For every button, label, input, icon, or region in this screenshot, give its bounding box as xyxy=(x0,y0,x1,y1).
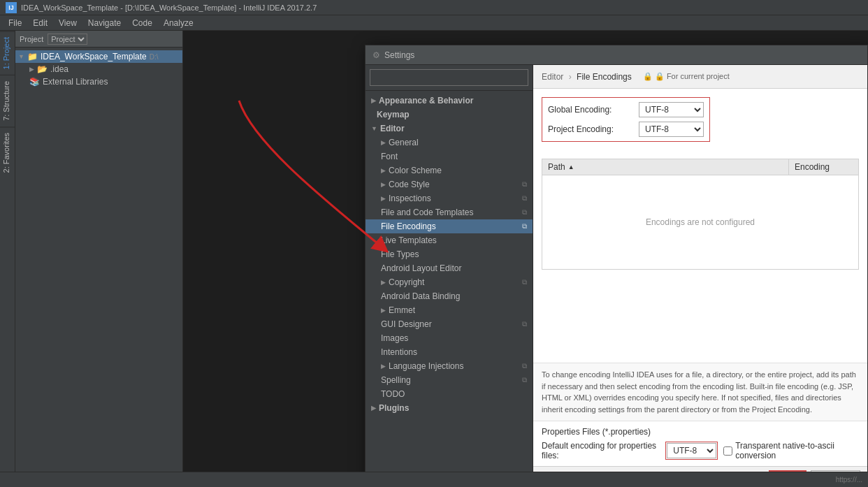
properties-encoding-label: Default encoding for properties files: xyxy=(542,441,660,460)
copy-icon-spelling: ⧉ xyxy=(522,376,527,384)
settings-item-code-style[interactable]: ▶ Code Style ⧉ xyxy=(366,177,533,191)
project-panel: Project Project ▼ 📁 IDEA_WorkSpace_Templ… xyxy=(15,31,183,472)
section-editor-header[interactable]: ▼ Editor xyxy=(366,122,533,136)
global-encoding-label: Global Encoding: xyxy=(548,105,639,115)
item-android-layout-label: Android Layout Editor xyxy=(381,263,461,273)
path-column-header[interactable]: Path ▲ xyxy=(542,159,788,175)
libraries-label: External Libraries xyxy=(43,77,108,87)
empty-text: Encodings are not configured xyxy=(646,217,755,227)
settings-item-intentions[interactable]: Intentions xyxy=(366,345,533,359)
settings-item-todo[interactable]: TODO xyxy=(366,387,533,401)
menu-view[interactable]: View xyxy=(53,17,82,29)
arrow-code-style: ▶ xyxy=(381,181,386,188)
encoding-header-label: Encoding xyxy=(795,162,830,172)
menu-analyze[interactable]: Analyze xyxy=(158,17,199,29)
section-appearance-header[interactable]: ▶ Appearance & Behavior xyxy=(366,94,533,108)
sidebar-tab-project[interactable]: 1: Project xyxy=(0,31,15,75)
item-android-data-binding-label: Android Data Binding xyxy=(381,291,460,301)
transparent-checkbox-label[interactable]: Transparent native-to-ascii conversion xyxy=(723,441,859,460)
settings-right-pane: Editor › File Encodings 🔒 🔒 For current … xyxy=(533,65,867,472)
arrow-color-scheme: ▶ xyxy=(381,167,386,174)
info-text: To change encoding IntelliJ IDEA uses fo… xyxy=(533,363,867,421)
tree-external-libraries[interactable]: 📚 External Libraries xyxy=(15,75,182,88)
settings-item-android-data-binding[interactable]: Android Data Binding xyxy=(366,289,533,303)
folder-icon: 📁 xyxy=(27,52,38,61)
copy-icon-file-templates: ⧉ xyxy=(522,208,527,217)
properties-encoding-select[interactable]: UTF-8 UTF-16 xyxy=(667,443,716,458)
file-table-empty: Encodings are not configured xyxy=(542,175,858,269)
footer-buttons: OK Cancel xyxy=(769,470,860,472)
settings-item-android-layout[interactable]: Android Layout Editor xyxy=(366,261,533,275)
section-plugins-header[interactable]: ▶ Plugins xyxy=(366,401,533,415)
settings-item-file-encodings[interactable]: File Encodings ⧉ xyxy=(366,219,533,233)
file-table: Path ▲ Encoding Encodings are not c xyxy=(542,159,859,270)
dialog-content: ▶ Appearance & Behavior Keymap xyxy=(366,65,867,472)
menu-code[interactable]: Code xyxy=(126,17,158,29)
settings-search-input[interactable] xyxy=(370,69,528,86)
settings-item-color-scheme[interactable]: ▶ Color Scheme xyxy=(366,163,533,177)
menu-bar: File Edit View Navigate Code Analyze xyxy=(0,15,868,31)
path-badge: D:\ xyxy=(150,53,159,61)
project-encoding-select[interactable]: UTF-8 UTF-16 ISO-8859-1 xyxy=(639,122,704,137)
item-code-style-label: Code Style xyxy=(389,180,430,189)
arrow-appearance: ▶ xyxy=(371,97,376,104)
settings-item-copyright[interactable]: ▶ Copyright ⧉ xyxy=(366,275,533,289)
project-label: Project xyxy=(20,35,43,43)
sort-arrow-icon: ▲ xyxy=(568,163,574,170)
item-inspections-label: Inspections xyxy=(389,194,431,203)
item-intentions-label: Intentions xyxy=(381,347,417,357)
arrow-emmet: ▶ xyxy=(381,307,386,314)
tree-root-label: IDEA_WorkSpace_Template xyxy=(41,52,147,61)
breadcrumb-parent: Editor xyxy=(542,72,563,82)
project-dropdown[interactable]: Project xyxy=(48,34,87,45)
menu-file[interactable]: File xyxy=(3,17,27,29)
properties-encoding-wrap: UTF-8 UTF-16 xyxy=(665,442,718,460)
title-bar: IJ IDEA_WorkSpace_Template - [D:\IDEA_Wo… xyxy=(0,0,868,15)
settings-item-gui-designer[interactable]: GUI Designer ⧉ xyxy=(366,317,533,331)
settings-item-live-templates[interactable]: Live Templates xyxy=(366,233,533,247)
global-encoding-row: Global Encoding: UTF-8 UTF-16 ISO-8859-1 xyxy=(548,102,704,117)
dialog-footer: ? OK Cancel xyxy=(533,466,867,472)
item-file-encodings-label: File Encodings xyxy=(381,221,436,231)
tree-root[interactable]: ▼ 📁 IDEA_WorkSpace_Template D:\ xyxy=(15,50,182,63)
breadcrumb-current: File Encodings xyxy=(577,72,632,82)
global-encoding-select[interactable]: UTF-8 UTF-16 ISO-8859-1 xyxy=(639,102,704,117)
info-text-content: To change encoding IntelliJ IDEA uses fo… xyxy=(542,370,856,414)
settings-item-emmet[interactable]: ▶ Emmet xyxy=(366,303,533,317)
settings-item-file-code-templates[interactable]: File and Code Templates ⧉ xyxy=(366,205,533,219)
section-plugins-label: Plugins xyxy=(379,403,409,413)
project-panel-header: Project Project xyxy=(15,31,182,48)
cancel-button[interactable]: Cancel xyxy=(811,470,860,472)
section-keymap-header[interactable]: Keymap xyxy=(366,108,533,122)
settings-item-images[interactable]: Images xyxy=(366,331,533,345)
arrow-plugins: ▶ xyxy=(371,405,376,412)
arrow-inspections: ▶ xyxy=(381,195,386,202)
settings-item-spelling[interactable]: Spelling ⧉ xyxy=(366,373,533,387)
settings-item-language-injections[interactable]: ▶ Language Injections ⧉ xyxy=(366,359,533,373)
transparent-checkbox[interactable] xyxy=(723,446,732,456)
sidebar-tab-favorites[interactable]: 2: Favorites xyxy=(0,126,15,178)
app-icon: IJ xyxy=(6,2,17,13)
settings-search-container xyxy=(366,65,533,91)
menu-navigate[interactable]: Navigate xyxy=(82,17,126,29)
settings-item-general[interactable]: ▶ General xyxy=(366,136,533,150)
properties-section: Properties Files (*.properties) Default … xyxy=(533,421,867,466)
ok-button[interactable]: OK xyxy=(769,470,806,472)
item-file-types-label: File Types xyxy=(381,249,419,259)
tree-idea-folder[interactable]: ▶ 📂 .idea xyxy=(15,63,182,75)
settings-item-file-types[interactable]: File Types xyxy=(366,247,533,261)
file-table-header: Path ▲ Encoding xyxy=(542,159,858,175)
item-emmet-label: Emmet xyxy=(389,305,415,315)
for-current-project-button[interactable]: 🔒 🔒 For current project xyxy=(640,71,732,82)
item-todo-label: TODO xyxy=(381,389,405,399)
settings-item-font[interactable]: Font xyxy=(366,150,533,163)
settings-item-inspections[interactable]: ▶ Inspections ⧉ xyxy=(366,191,533,205)
arrow-editor: ▼ xyxy=(371,125,377,132)
sidebar-tab-structure[interactable]: 7: Structure xyxy=(0,75,15,126)
status-text: https://... xyxy=(836,476,862,484)
arrow-language-injections: ▶ xyxy=(381,363,386,370)
project-encoding-row: Project Encoding: UTF-8 UTF-16 ISO-8859-… xyxy=(548,122,704,137)
breadcrumb-separator: › xyxy=(569,72,574,82)
encoding-column-header[interactable]: Encoding xyxy=(788,159,858,175)
menu-edit[interactable]: Edit xyxy=(27,17,53,29)
